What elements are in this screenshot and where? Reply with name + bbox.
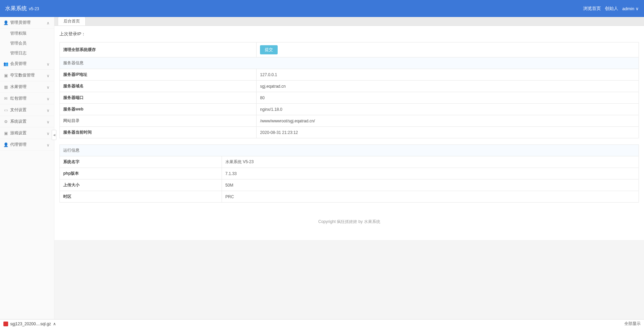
table-row: 系统名字水果系统 V5-23 bbox=[60, 156, 639, 168]
submit-button[interactable]: 提交 bbox=[260, 45, 278, 54]
php-ver-val: 7.1.33 bbox=[222, 168, 639, 179]
sidebar-item-label: 水果管理 bbox=[10, 84, 47, 90]
sidebar-item-label: 游戏设置 bbox=[10, 130, 47, 136]
tab-strip: 后台首页 bbox=[54, 17, 644, 26]
site-dir-key: 网站目录 bbox=[60, 115, 257, 127]
tab-dashboard[interactable]: 后台首页 bbox=[58, 17, 86, 25]
card-icon: ▭ bbox=[3, 108, 8, 113]
grid-icon: ▦ bbox=[3, 85, 8, 89]
chevron-down-icon: ∨ bbox=[47, 73, 51, 77]
game-icon: ▣ bbox=[3, 131, 8, 136]
sidebar-item-system[interactable]: ⚙ 系统设置 ∨ bbox=[0, 116, 54, 127]
chevron-down-icon: ∨ bbox=[636, 6, 639, 11]
user-menu[interactable]: admin ∨ bbox=[622, 6, 639, 11]
table-row: 服务器当前时间2020-08-31 21:23:12 bbox=[60, 127, 639, 138]
sidebar-item-label: 系统设置 bbox=[10, 119, 47, 124]
app-title: 水果系统 bbox=[5, 5, 27, 12]
sidebar-item-admin[interactable]: 👤 管理员管理 ∧ bbox=[0, 17, 54, 29]
app-version: v5-23 bbox=[29, 6, 39, 11]
server-time-val: 2020-08-31 21:23:12 bbox=[257, 127, 639, 138]
chevron-down-icon: ∨ bbox=[47, 62, 51, 66]
upload-size-key: 上传大小 bbox=[60, 179, 222, 191]
server-port-val: 80 bbox=[257, 92, 639, 104]
table-row: 服务器IP地址127.0.0.1 bbox=[60, 69, 639, 81]
sidebar-item-fruit[interactable]: ▦ 水果管理 ∨ bbox=[0, 81, 54, 93]
server-domain-key: 服务器域名 bbox=[60, 81, 257, 92]
brand: 水果系统 v5-23 bbox=[5, 5, 39, 12]
sidebar-item-agent[interactable]: 👤 代理管理 ∨ bbox=[0, 139, 54, 151]
server-web-val: nginx/1.18.0 bbox=[257, 104, 639, 115]
sidebar-sub-permissions[interactable]: 管理权限 bbox=[0, 29, 54, 38]
table-row: 服务器端口80 bbox=[60, 92, 639, 104]
sidebar-item-game[interactable]: ▣ 游戏设置 ∨ bbox=[0, 127, 54, 139]
sys-name-key: 系统名字 bbox=[60, 156, 222, 168]
server-time-key: 服务器当前时间 bbox=[60, 127, 257, 138]
chevron-down-icon: ∨ bbox=[47, 108, 51, 112]
gear-icon: ⚙ bbox=[3, 119, 8, 124]
clear-cache-row: 清理全部系统缓存 提交 bbox=[60, 42, 639, 57]
server-web-key: 服务器web bbox=[60, 104, 257, 115]
chevron-up-icon: ∧ bbox=[47, 21, 51, 25]
copyright-text: Copyright 疯狂抓娃娃 by 水果系统 bbox=[59, 209, 639, 235]
sidebar-item-label: 代理管理 bbox=[10, 142, 47, 148]
sidebar-sub-logs[interactable]: 管理日志 bbox=[0, 48, 54, 58]
table-row: 服务器域名sgj.eqatrad.cn bbox=[60, 81, 639, 92]
users-icon: 👥 bbox=[3, 62, 8, 66]
founder-label: 创始人 bbox=[605, 5, 618, 12]
layout: 👤 管理员管理 ∧ 管理权限 管理会员 管理日志 👥 会员管理 ∨ ▣ 夺宝数值… bbox=[0, 17, 644, 319]
server-info-table: 清理全部系统缓存 提交 服务器信息 服务器IP地址127.0.0.1 服务器域名… bbox=[59, 42, 639, 138]
box-icon: ▣ bbox=[3, 73, 8, 78]
envelope-icon: ✉ bbox=[3, 96, 8, 101]
sidebar-item-payment[interactable]: ▭ 支付设置 ∨ bbox=[0, 104, 54, 116]
server-domain-val: sgj.eqatrad.cn bbox=[257, 81, 639, 92]
clear-cache-label: 清理全部系统缓存 bbox=[60, 42, 257, 57]
timezone-val: PRC bbox=[222, 191, 639, 203]
sidebar-item-label: 红包管理 bbox=[10, 96, 47, 101]
chevron-down-icon: ∨ bbox=[47, 131, 51, 135]
top-right-nav: 浏览首页 创始人 admin ∨ bbox=[583, 5, 639, 12]
upload-size-val: 50M bbox=[222, 179, 639, 191]
sidebar-item-treasure[interactable]: ▣ 夺宝数值管理 ∨ bbox=[0, 70, 54, 81]
server-info-title: 服务器信息 bbox=[60, 57, 639, 69]
table-row: 时区PRC bbox=[60, 191, 639, 203]
sidebar: 👤 管理员管理 ∧ 管理权限 管理会员 管理日志 👥 会员管理 ∨ ▣ 夺宝数值… bbox=[0, 17, 54, 319]
sidebar-sub-members[interactable]: 管理会员 bbox=[0, 38, 54, 48]
sidebar-item-redpacket[interactable]: ✉ 红包管理 ∨ bbox=[0, 93, 54, 104]
page-body: 上次登录IP： 清理全部系统缓存 提交 服务器信息 服务器IP地址127.0.0… bbox=[54, 26, 644, 240]
sidebar-item-label: 会员管理 bbox=[10, 61, 47, 67]
user-icon: 👤 bbox=[3, 20, 8, 25]
last-login-ip: 上次登录IP： bbox=[59, 31, 639, 37]
server-ip-val: 127.0.0.1 bbox=[257, 69, 639, 81]
sidebar-item-members[interactable]: 👥 会员管理 ∨ bbox=[0, 58, 54, 70]
runtime-info-title: 运行信息 bbox=[60, 145, 639, 156]
table-row: php版本7.1.33 bbox=[60, 168, 639, 179]
user-name: admin bbox=[622, 6, 634, 11]
chevron-down-icon: ∨ bbox=[47, 120, 51, 124]
site-dir-val: /www/wwwroot/sgj.eqatrad.cn/ bbox=[257, 115, 639, 127]
runtime-info-table: 运行信息 系统名字水果系统 V5-23 php版本7.1.33 上传大小50M … bbox=[59, 144, 639, 203]
sidebar-item-label: 支付设置 bbox=[10, 107, 47, 113]
sidebar-item-label: 管理员管理 bbox=[10, 20, 47, 25]
timezone-key: 时区 bbox=[60, 191, 222, 203]
chevron-down-icon: ∨ bbox=[47, 85, 51, 89]
server-ip-key: 服务器IP地址 bbox=[60, 69, 257, 81]
php-ver-key: php版本 bbox=[60, 168, 222, 179]
table-row: 上传大小50M bbox=[60, 179, 639, 191]
agent-icon: 👤 bbox=[3, 142, 8, 147]
sidebar-collapse-handle[interactable]: ◀ bbox=[52, 130, 56, 140]
browse-home-link[interactable]: 浏览首页 bbox=[583, 5, 601, 12]
chevron-down-icon: ∨ bbox=[47, 97, 51, 101]
chevron-down-icon: ∨ bbox=[47, 143, 51, 147]
sidebar-item-label: 夺宝数值管理 bbox=[10, 72, 47, 78]
clear-cache-cell: 提交 bbox=[257, 42, 639, 57]
top-bar: 水果系统 v5-23 浏览首页 创始人 admin ∨ bbox=[0, 0, 644, 17]
content-area: 后台首页 上次登录IP： 清理全部系统缓存 提交 服务器信息 服务器IP地址12… bbox=[54, 17, 644, 319]
sys-name-val: 水果系统 V5-23 bbox=[222, 156, 639, 168]
server-port-key: 服务器端口 bbox=[60, 92, 257, 104]
table-row: 网站目录/www/wwwroot/sgj.eqatrad.cn/ bbox=[60, 115, 639, 127]
table-row: 服务器webnginx/1.18.0 bbox=[60, 104, 639, 115]
